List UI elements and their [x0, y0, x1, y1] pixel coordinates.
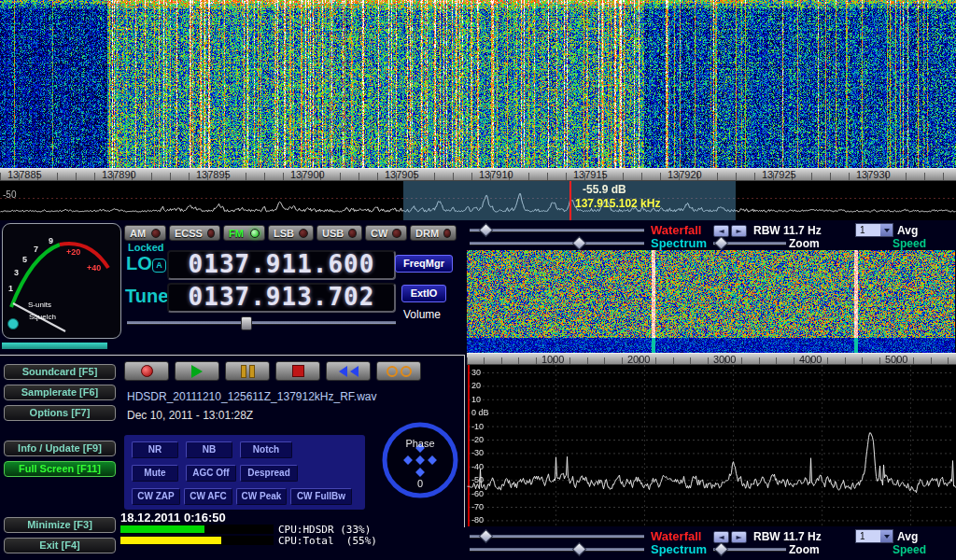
slider-thumb[interactable] [479, 529, 494, 544]
slider-track [470, 242, 644, 245]
speed-select-value: 1 [856, 225, 880, 235]
spectrum-brightness-slider[interactable] [470, 237, 644, 249]
cpu-total-bar-fill [120, 537, 221, 544]
af-waterfall-display[interactable] [467, 250, 955, 353]
cw-afc-button[interactable]: CW AFC [184, 488, 232, 505]
despread-button[interactable]: Despread [240, 465, 298, 482]
zoom-label: Zoom [789, 237, 820, 250]
waterfall-brightness-slider-bottom[interactable] [470, 530, 644, 542]
waterfall-mode-label-bottom[interactable]: Waterfall [651, 529, 701, 543]
hdsdr-window: 137885 137890 137895 137900 137905 13791… [0, 0, 956, 560]
record-icon [141, 365, 153, 377]
zoom-slider-bottom[interactable] [713, 543, 786, 555]
spectrum-brightness-slider-bottom[interactable] [470, 543, 644, 555]
slider-thumb[interactable] [572, 236, 587, 251]
zoom-label-bottom: Zoom [789, 543, 820, 556]
waterfall-mode-label[interactable]: Waterfall [651, 223, 701, 237]
tune-frequency-display[interactable]: 0137.913.702 [167, 283, 396, 313]
mode-button-drm[interactable]: DRM [410, 225, 457, 241]
options-button[interactable]: Options [F7] [4, 405, 116, 421]
pause-icon [241, 365, 246, 378]
mode-button-ecss[interactable]: ECSS [169, 225, 220, 241]
waterfall-brightness-slider[interactable] [470, 224, 644, 236]
recording-file-date: Dec 10, 2011 - 13:01:28Z [127, 409, 253, 422]
mode-button-lsb[interactable]: LSB [268, 225, 314, 241]
play-button[interactable] [175, 361, 219, 381]
slider-thumb[interactable] [714, 236, 729, 251]
loop-button[interactable] [376, 361, 421, 381]
vertical-divider [464, 355, 465, 527]
mode-button-fm[interactable]: FM [223, 225, 265, 241]
rewind-button[interactable] [326, 361, 371, 381]
cw-fullbw-button[interactable]: CW FullBw [290, 488, 352, 505]
stop-button[interactable] [275, 361, 320, 381]
fm-led-icon [250, 229, 260, 238]
rbw-label: RBW 11.7 Hz [753, 224, 822, 237]
shift-right-button-bottom[interactable]: ► [731, 531, 747, 543]
af-spectrum-display[interactable] [467, 365, 956, 526]
rewind-icon [339, 366, 347, 377]
rf-frequency-scale[interactable]: 137885 137890 137895 137900 137905 13791… [0, 168, 956, 181]
slider-thumb[interactable] [479, 223, 494, 238]
lo-lock-badge[interactable]: A [152, 259, 166, 273]
tune-cursor-line [569, 181, 571, 220]
rf-scale-label: 137925 [762, 169, 796, 180]
speed-label-bottom: Speed [893, 543, 926, 556]
speed-select-bottom[interactable]: 1 [855, 529, 893, 543]
cw-peak-button[interactable]: CW Peak [236, 488, 287, 505]
af-scale-label: 3000 [713, 354, 736, 365]
minimize-button[interactable]: Minimize [F3] [4, 517, 116, 533]
cw-led-icon [392, 229, 401, 238]
spectrum-mode-label[interactable]: Spectrum [651, 236, 707, 250]
loop-icon [387, 366, 398, 377]
volume-slider-thumb[interactable] [241, 316, 252, 330]
mode-label: LSB [274, 228, 294, 239]
chevron-down-icon [880, 530, 893, 542]
shift-right-button[interactable]: ► [731, 225, 747, 237]
notch-button[interactable]: Notch [240, 441, 292, 458]
spectrum-mode-label-bottom[interactable]: Spectrum [651, 542, 707, 556]
dsp-panel: NR NB Notch Mute AGC Off Despread CW ZAP… [124, 435, 365, 510]
fullscreen-button[interactable]: Full Screen [F11] [4, 461, 116, 477]
mode-label: CW [371, 228, 387, 239]
lo-frequency-display[interactable]: 0137.911.600 [167, 250, 396, 280]
nr-button[interactable]: NR [132, 441, 178, 458]
mute-button[interactable]: Mute [132, 465, 178, 482]
mode-button-am[interactable]: AM [124, 225, 166, 241]
squelch-level-bar[interactable] [2, 343, 107, 349]
record-button[interactable] [124, 361, 169, 381]
slider-thumb[interactable] [714, 542, 729, 557]
info-update-button[interactable]: Info / Update [F9] [4, 441, 116, 456]
zoom-slider[interactable] [713, 237, 786, 249]
rf-spectrum-display[interactable]: -50 -55.9 dB 137.915.102 kHz [0, 181, 956, 220]
rf-scale-label: 137915 [573, 169, 608, 180]
speed-select[interactable]: 1 [855, 223, 893, 237]
svg-text:+20: +20 [66, 247, 80, 257]
rf-waterfall-display[interactable] [0, 0, 956, 168]
mode-button-usb[interactable]: USB [316, 225, 362, 241]
rf-db-gridline-label: -50 [3, 189, 16, 200]
pause-button[interactable] [225, 361, 270, 381]
svg-text:3: 3 [14, 268, 19, 277]
cw-zap-button[interactable]: CW ZAP [132, 488, 180, 505]
samplerate-button[interactable]: Samplerate [F6] [4, 385, 116, 400]
chevron-down-icon [880, 224, 893, 236]
slider-thumb[interactable] [572, 542, 587, 557]
af-frequency-scale[interactable]: 1000 2000 3000 4000 5000 [467, 353, 956, 365]
agc-off-button[interactable]: AGC Off [186, 465, 236, 482]
af-scale-label: 5000 [885, 354, 907, 365]
mode-label: USB [322, 228, 344, 239]
af-scale-ticks [467, 357, 956, 364]
squelch-knob [8, 319, 19, 329]
speed-label: Speed [893, 237, 926, 250]
volume-slider[interactable] [127, 316, 396, 329]
exit-button[interactable]: Exit [F4] [4, 538, 116, 553]
recording-file-name: HDSDR_20111210_125611Z_137912kHz_RF.wav [127, 390, 377, 403]
pause-icon [249, 365, 255, 378]
extio-button[interactable]: ExtIO [401, 285, 446, 302]
freqmgr-button[interactable]: FreqMgr [395, 255, 453, 273]
nb-button[interactable]: NB [186, 441, 232, 458]
phase-indicator: Phase 0 [380, 420, 460, 500]
soundcard-button[interactable]: Soundcard [F5] [4, 364, 116, 380]
mode-button-cw[interactable]: CW [365, 225, 407, 241]
